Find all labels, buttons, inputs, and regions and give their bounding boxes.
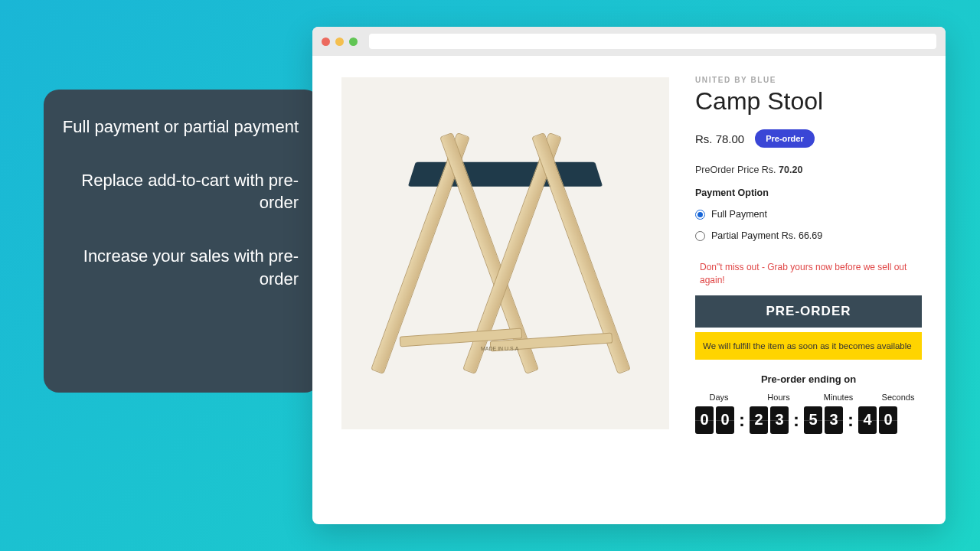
preorder-price: PreOrder Price Rs. 70.20 xyxy=(695,165,922,175)
preorder-badge: Pre-order xyxy=(755,129,815,148)
digit: 3 xyxy=(770,406,789,434)
url-bar[interactable] xyxy=(369,34,936,49)
radio-icon xyxy=(695,210,705,220)
partial-payment-radio[interactable]: Partial Payment Rs. 66.69 xyxy=(695,230,922,241)
digit: 2 xyxy=(750,406,768,434)
callout-line: Replace add-to-cart with pre-order xyxy=(59,169,299,214)
fulfillment-notice: We will fulfill the item as soon as it b… xyxy=(695,332,922,360)
countdown-heading: Pre-order ending on xyxy=(695,373,922,385)
callout-line: Full payment or partial payment xyxy=(59,116,299,139)
traffic-light-min-icon[interactable] xyxy=(335,37,344,46)
colon-icon: : xyxy=(739,409,745,431)
label-seconds: Seconds xyxy=(876,393,920,402)
payment-option-heading: Payment Option xyxy=(695,187,922,198)
made-in-label: MADE IN U.S.A xyxy=(481,346,518,351)
full-payment-radio[interactable]: Full Payment xyxy=(695,209,922,220)
digit: 3 xyxy=(825,406,843,434)
colon-icon: : xyxy=(793,409,799,431)
digit: 4 xyxy=(858,406,877,434)
label-days: Days xyxy=(697,393,741,402)
traffic-light-max-icon[interactable] xyxy=(349,37,358,46)
product-price: Rs. 78.00 xyxy=(695,132,744,145)
digit: 5 xyxy=(804,406,822,434)
stock-warning: Don"t miss out - Grab yours now before w… xyxy=(695,261,922,288)
preorder-price-label: PreOrder Price Rs. xyxy=(695,165,776,175)
label-minutes: Minutes xyxy=(816,393,861,402)
days-pair: 0 0 xyxy=(695,406,734,434)
label-hours: Hours xyxy=(756,393,801,402)
preorder-button[interactable]: PRE-ORDER xyxy=(695,295,922,328)
colon-icon: : xyxy=(848,409,854,431)
countdown-timer: 0 0 : 2 3 : 5 3 : 4 0 xyxy=(695,406,922,434)
digit: 0 xyxy=(879,406,897,434)
brand-label: UNITED BY BLUE xyxy=(695,76,922,84)
hours-pair: 2 3 xyxy=(750,406,789,434)
partial-payment-label: Partial Payment Rs. 66.69 xyxy=(711,230,822,241)
countdown-labels: Days Hours Minutes Seconds xyxy=(695,393,922,402)
traffic-light-close-icon[interactable] xyxy=(322,37,330,46)
digit: 0 xyxy=(695,406,714,434)
callout-line: Increase your sales with pre-order xyxy=(59,245,299,290)
digit: 0 xyxy=(716,406,734,434)
minutes-pair: 5 3 xyxy=(804,406,843,434)
product-title: Camp Stool xyxy=(695,87,922,116)
stool-illustration: MADE IN U.S.A xyxy=(383,119,628,387)
seconds-pair: 4 0 xyxy=(858,406,897,434)
product-page: MADE IN U.S.A UNITED BY BLUE Camp Stool … xyxy=(312,56,946,524)
browser-titlebar xyxy=(312,27,946,56)
product-image: MADE IN U.S.A xyxy=(341,77,669,429)
product-info-column: UNITED BY BLUE Camp Stool Rs. 78.00 Pre-… xyxy=(695,76,922,434)
radio-icon xyxy=(695,231,705,241)
full-payment-label: Full Payment xyxy=(711,209,767,220)
preorder-price-value: 70.20 xyxy=(779,165,802,175)
feature-callout: Full payment or partial payment Replace … xyxy=(44,90,320,393)
browser-window: MADE IN U.S.A UNITED BY BLUE Camp Stool … xyxy=(312,27,946,524)
